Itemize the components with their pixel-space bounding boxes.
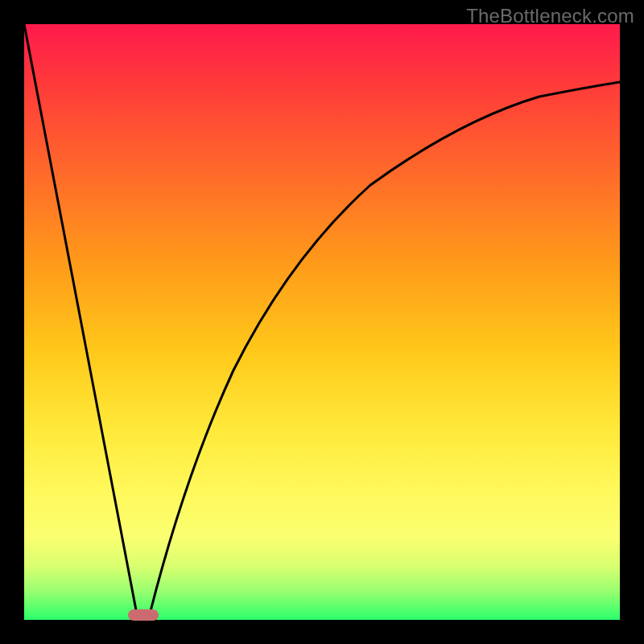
plot-area (24, 24, 620, 620)
watermark-text: TheBottleneck.com (466, 5, 634, 27)
chart-frame: TheBottleneck.com (0, 0, 644, 644)
bottleneck-marker (128, 609, 159, 621)
curve-path (24, 24, 620, 617)
bottleneck-curve (24, 24, 620, 620)
